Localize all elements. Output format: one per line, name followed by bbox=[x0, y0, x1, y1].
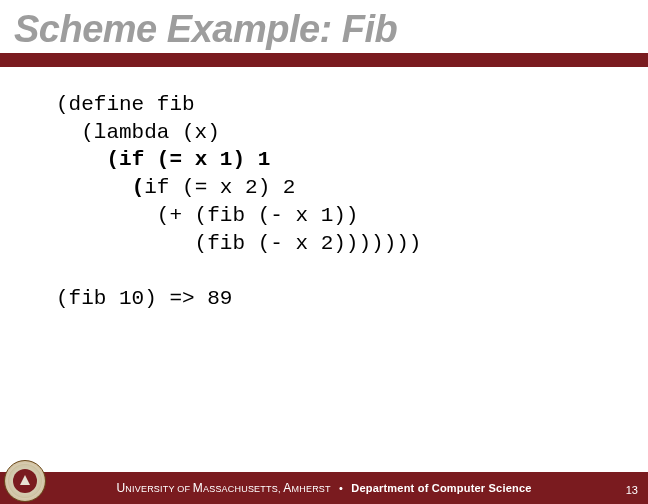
code-line: (fib (- x 2))))))) bbox=[56, 232, 421, 255]
code-indent bbox=[56, 148, 106, 171]
footer-univ-M: M bbox=[193, 481, 203, 495]
footer-department: Department of Computer Science bbox=[351, 482, 531, 494]
code-line: if (= x 2) 2 bbox=[144, 176, 295, 199]
title-underline bbox=[0, 53, 648, 67]
footer-text: UNIVERSITY OF MASSACHUSETTS, AMHERST • D… bbox=[116, 481, 531, 495]
slide-title: Scheme Example: Fib bbox=[0, 0, 648, 53]
title-bar: Scheme Example: Fib bbox=[0, 0, 648, 67]
footer-univ-rest: NIVERSITY OF bbox=[125, 484, 192, 494]
university-seal-icon bbox=[4, 460, 46, 502]
footer-univ-mherst: MHERST bbox=[292, 484, 331, 494]
code-line: (fib 10) => 89 bbox=[56, 287, 232, 310]
code-bold: ( bbox=[132, 176, 145, 199]
footer-univ-U: U bbox=[116, 481, 125, 495]
code-bold: (if (= x 1) 1 bbox=[106, 148, 270, 171]
code-line: (define fib bbox=[56, 93, 195, 116]
slide-content: (define fib (lambda (x) (if (= x 1) 1 (i… bbox=[0, 67, 648, 313]
code-indent bbox=[56, 176, 132, 199]
footer-separator: • bbox=[339, 482, 343, 494]
page-number: 13 bbox=[626, 484, 638, 496]
footer-bar: UNIVERSITY OF MASSACHUSETTS, AMHERST • D… bbox=[0, 472, 648, 504]
footer-univ-A: A bbox=[283, 481, 291, 495]
code-line: (+ (fib (- x 1)) bbox=[56, 204, 358, 227]
footer-univ-ass: ASSACHUSETTS bbox=[203, 484, 278, 494]
code-line: (lambda (x) bbox=[56, 121, 220, 144]
code-block: (define fib (lambda (x) (if (= x 1) 1 (i… bbox=[56, 91, 648, 313]
